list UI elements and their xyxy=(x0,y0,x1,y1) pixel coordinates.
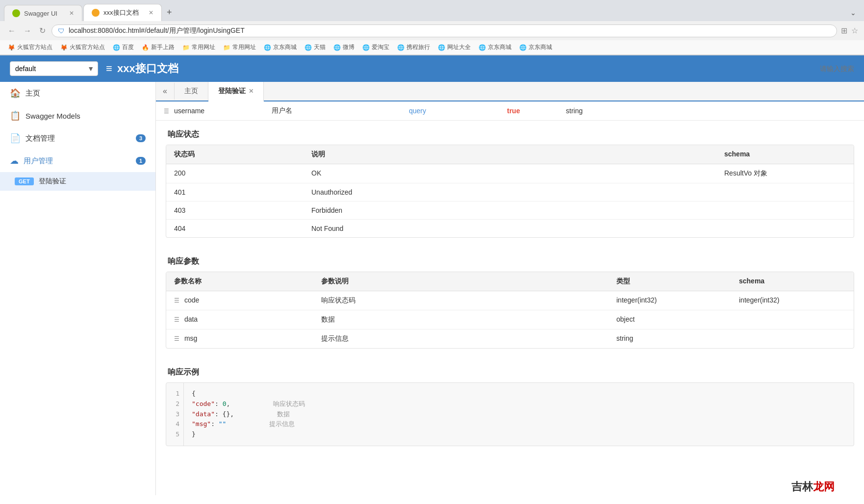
bookmark-weibo[interactable]: 🌐 微博 xyxy=(331,42,356,52)
tab-login-close[interactable]: ✕ xyxy=(249,88,254,95)
sidebar-item-home[interactable]: 🏠 主页 xyxy=(0,82,155,104)
param-icon: ☰ xyxy=(164,108,169,115)
doc-manage-icon: 📄 xyxy=(10,133,21,144)
tab-home-label: 主页 xyxy=(184,87,198,96)
param-required: true xyxy=(507,107,520,115)
row-200-schema: ResultVo 对象 xyxy=(716,164,854,183)
tab-login[interactable]: 登陆验证 ✕ xyxy=(208,82,264,101)
forward-button[interactable]: → xyxy=(22,25,33,37)
collapse-button[interactable]: « xyxy=(156,83,175,100)
parameter-row: ☰ username 用户名 query true string xyxy=(156,101,864,121)
bookmark-ctrip[interactable]: 🌐 携程旅行 xyxy=(395,42,432,52)
code-comment-2: 数据 xyxy=(277,410,290,418)
address-bar-wrap: 🛡 xyxy=(51,25,837,37)
watermark: 吉林龙网 xyxy=(791,479,835,494)
table-row: 403 Forbidden xyxy=(166,202,854,220)
bookmark-jd2[interactable]: 🌐 京东商城 xyxy=(477,42,513,52)
table-row: 200 OK ResultVo 对象 xyxy=(166,164,854,183)
tab-home[interactable]: 主页 xyxy=(175,82,208,101)
sidebar: 🏠 主页 📋 Swagger Models 📄 文档管理 3 ☁ 用户管理 1 … xyxy=(0,82,156,495)
tab-swagger[interactable]: Swagger UI ✕ xyxy=(4,5,82,21)
row-404-schema xyxy=(716,220,854,237)
sidebar-item-user-manage[interactable]: ☁ 用户管理 1 xyxy=(0,150,155,172)
rp-code-name: ☰ code xyxy=(166,291,313,310)
favicon-xxx xyxy=(92,9,100,17)
row-404-code: 404 xyxy=(166,220,304,237)
param-type: string xyxy=(566,107,583,115)
bookmark-common2[interactable]: 📁 常用网址 xyxy=(221,42,258,52)
back-button[interactable]: ← xyxy=(6,25,18,37)
rp-msg-name: ☰ msg xyxy=(166,329,313,348)
code-line-4: "msg": "" 提示信息 xyxy=(192,419,846,429)
rp-code-schema: integer(int32) xyxy=(731,291,854,310)
sidebar-endpoint-login[interactable]: GET 登陆验证 xyxy=(0,172,155,191)
home-icon: 🏠 xyxy=(10,88,21,99)
bookmark-common1[interactable]: 📁 常用网址 xyxy=(180,42,217,52)
rp-icon-code: ☰ xyxy=(174,297,179,304)
tab-bar: Swagger UI ✕ xxx接口文档 ✕ + ⌄ xyxy=(0,0,864,21)
response-params-title: 响应参数 xyxy=(156,248,864,272)
rp-msg-label: msg xyxy=(184,334,197,342)
method-badge: GET xyxy=(15,177,34,185)
table-row: ☰ code 响应状态码 integer(int32) integer(int3… xyxy=(166,291,854,310)
param-name: username xyxy=(174,107,204,115)
bookmark-taobao[interactable]: 🌐 爱淘宝 xyxy=(360,42,391,52)
bookmark-jd1[interactable]: 🌐 京东商城 xyxy=(262,42,299,52)
app-body: 🏠 主页 📋 Swagger Models 📄 文档管理 3 ☁ 用户管理 1 … xyxy=(0,82,864,495)
param-name-cell: ☰ username xyxy=(156,102,264,120)
resp-params-header: 参数名称 参数说明 类型 schema xyxy=(166,272,854,291)
row-403-code: 403 xyxy=(166,202,304,219)
response-status-title: 响应状态 xyxy=(156,121,864,145)
code-line-3: "data": {}, 数据 xyxy=(192,409,846,420)
rp-msg-schema xyxy=(731,329,854,348)
tab-xxx-close[interactable]: ✕ xyxy=(149,9,153,16)
title-icon: ≡ xyxy=(106,62,112,75)
bookmark-huhu1[interactable]: 🦊 火狐官方站点 xyxy=(6,42,54,52)
swagger-models-icon: 📋 xyxy=(10,110,21,121)
browser-chrome: Swagger UI ✕ xxx接口文档 ✕ + ⌄ ← → ↻ 🛡 ⊞ ☆ 🦊… xyxy=(0,0,864,55)
code-line-1: { xyxy=(192,389,846,399)
param-description: 用户名 xyxy=(272,106,292,114)
address-input[interactable] xyxy=(69,27,831,35)
tab-swagger-close[interactable]: ✕ xyxy=(69,10,74,17)
refresh-button[interactable]: ↻ xyxy=(37,24,48,37)
rp-msg-desc: 提示信息 xyxy=(313,329,609,348)
row-403-schema xyxy=(716,202,854,219)
sidebar-home-label: 主页 xyxy=(25,89,146,98)
favicon-swagger xyxy=(12,9,20,17)
rp-data-desc: 数据 xyxy=(313,310,609,329)
tab-add-button[interactable]: + xyxy=(163,5,176,20)
param-in: query xyxy=(409,107,426,115)
tab-more-button[interactable]: ⌄ xyxy=(846,5,860,21)
bookmark-newbie[interactable]: 🔥 新手上路 xyxy=(140,42,177,52)
response-params-table: 参数名称 参数说明 类型 schema ☰ code 响应状态码 integer… xyxy=(166,272,854,349)
user-manage-badge: 1 xyxy=(136,157,146,165)
sidebar-user-label: 用户管理 xyxy=(24,156,131,166)
rp-icon-data: ☰ xyxy=(174,316,179,323)
extensions-button[interactable]: ⊞ xyxy=(841,26,847,35)
api-group-select[interactable]: default xyxy=(10,61,98,76)
col-desc: 说明 xyxy=(304,145,716,164)
bookmark-tmall[interactable]: 🌐 天猫 xyxy=(303,42,328,52)
bookmark-urls[interactable]: 🌐 网址大全 xyxy=(436,42,473,52)
row-401-desc: Unauthorized xyxy=(304,183,716,201)
rp-data-type: object xyxy=(609,310,731,329)
tab-xxx[interactable]: xxx接口文档 ✕ xyxy=(83,4,162,21)
doc-manage-badge: 3 xyxy=(136,134,146,142)
sidebar-item-swagger-models[interactable]: 📋 Swagger Models xyxy=(0,104,155,127)
bookmark-jd3[interactable]: 🌐 京东商城 xyxy=(517,42,554,52)
response-status-table: 状态码 说明 schema 200 OK ResultVo 对象 401 Una… xyxy=(166,145,854,238)
code-line-2: "code": 0, 响应状态码 xyxy=(192,399,846,409)
sidebar-item-doc-manage[interactable]: 📄 文档管理 3 xyxy=(0,127,155,150)
rp-code-desc: 响应状态码 xyxy=(313,291,609,310)
watermark-suffix: 龙网 xyxy=(813,480,835,493)
address-bar-row: ← → ↻ 🛡 ⊞ ☆ xyxy=(0,21,864,40)
row-401-code: 401 xyxy=(166,183,304,201)
code-line-5: } xyxy=(192,429,846,440)
bookmark-baidu[interactable]: 🌐 百度 xyxy=(111,42,136,52)
row-200-code: 200 xyxy=(166,164,304,183)
rp-col-desc: 参数说明 xyxy=(313,272,609,291)
bookmark-huhu2[interactable]: 🦊 火狐官方站点 xyxy=(58,42,107,52)
header-search-input[interactable] xyxy=(768,65,854,73)
bookmark-button[interactable]: ☆ xyxy=(851,26,858,35)
